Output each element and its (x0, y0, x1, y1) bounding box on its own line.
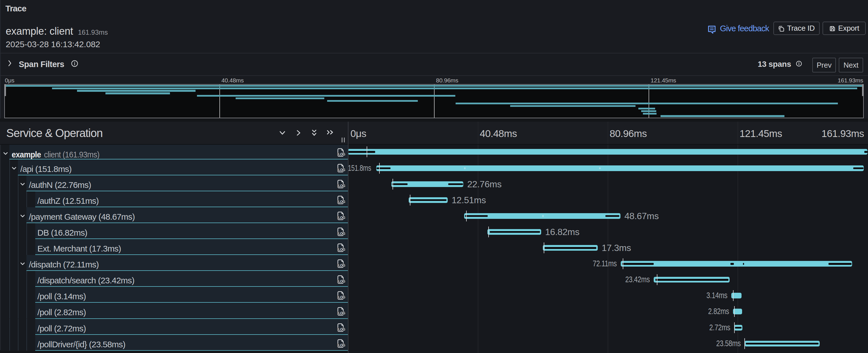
svg-text:LOG: LOG (338, 168, 345, 172)
svg-text:LOG: LOG (338, 343, 345, 347)
svg-text:LOG: LOG (338, 199, 345, 203)
svg-text:LOG: LOG (338, 311, 345, 315)
svg-text:LOG: LOG (338, 152, 345, 156)
svg-text:LOG: LOG (338, 184, 345, 188)
svg-text:LOG: LOG (338, 248, 345, 252)
svg-text:LOG: LOG (338, 216, 345, 219)
svg-text:LOG: LOG (338, 263, 345, 267)
svg-text:LOG: LOG (338, 279, 345, 283)
svg-text:LOG: LOG (338, 295, 345, 299)
svg-text:LOG: LOG (338, 231, 345, 235)
svg-text:LOG: LOG (338, 327, 345, 331)
